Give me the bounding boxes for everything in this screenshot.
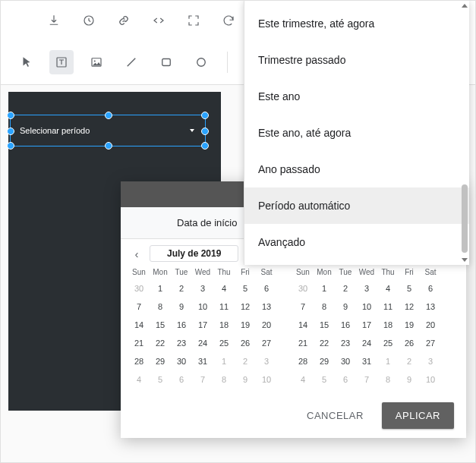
resize-handle[interactable]: [201, 112, 209, 119]
calendar-day[interactable]: 17: [356, 316, 377, 334]
calendar-day[interactable]: 4: [292, 370, 314, 389]
calendar-day[interactable]: 23: [171, 334, 192, 352]
scroll-thumb[interactable]: [462, 184, 468, 253]
prev-month-button[interactable]: ‹: [128, 245, 145, 262]
calendar-day[interactable]: 27: [420, 334, 441, 352]
calendar-day[interactable]: 7: [356, 370, 377, 389]
calendar-day[interactable]: 5: [399, 279, 420, 298]
resize-handle[interactable]: [201, 128, 209, 135]
calendar-day[interactable]: 29: [314, 352, 335, 370]
resize-handle[interactable]: [105, 142, 112, 150]
resize-handle[interactable]: [201, 142, 209, 150]
calendar-day[interactable]: 2: [235, 352, 256, 370]
calendar-day[interactable]: 14: [292, 316, 314, 334]
resize-handle[interactable]: [105, 112, 112, 119]
resize-handle[interactable]: [7, 112, 14, 119]
calendar-day[interactable]: 15: [314, 316, 335, 334]
preset-option[interactable]: Ano passado: [244, 151, 469, 187]
calendar-day[interactable]: 22: [314, 334, 335, 352]
calendar-day[interactable]: 21: [128, 334, 150, 352]
calendar-day[interactable]: 7: [192, 370, 213, 389]
calendar-day[interactable]: 1: [150, 279, 171, 298]
preset-option[interactable]: Este ano, até agora: [244, 115, 469, 151]
scroll-up-icon[interactable]: [462, 4, 468, 8]
resize-handle[interactable]: [7, 128, 14, 135]
history-icon[interactable]: [81, 13, 96, 28]
resize-handle[interactable]: [7, 142, 14, 150]
calendar-day[interactable]: 19: [399, 316, 420, 334]
calendar-day[interactable]: 20: [420, 316, 441, 334]
preset-option[interactable]: Período automático: [244, 187, 469, 224]
calendar-day[interactable]: 30: [171, 352, 192, 370]
line-tool-icon[interactable]: [119, 50, 143, 74]
calendar-day[interactable]: 14: [128, 316, 150, 334]
refresh-icon[interactable]: [221, 13, 236, 28]
calendar-day[interactable]: 26: [235, 334, 256, 352]
calendar-day[interactable]: 30: [128, 279, 150, 298]
calendar-day[interactable]: 31: [356, 352, 377, 370]
calendar-day[interactable]: 29: [150, 352, 171, 370]
calendar-day[interactable]: 30: [335, 352, 356, 370]
calendar-day[interactable]: 25: [377, 334, 399, 352]
scroll-down-icon[interactable]: [462, 258, 468, 262]
calendar-day[interactable]: 6: [420, 279, 441, 298]
calendar-day[interactable]: 5: [235, 279, 256, 298]
calendar-day[interactable]: 11: [213, 298, 235, 316]
calendar-day[interactable]: 1: [314, 279, 335, 298]
embed-icon[interactable]: [151, 13, 166, 28]
calendar-day[interactable]: 12: [399, 298, 420, 316]
calendar-day[interactable]: 1: [377, 352, 399, 370]
calendar-day[interactable]: 22: [150, 334, 171, 352]
calendar-day[interactable]: 10: [256, 370, 277, 389]
calendar-day[interactable]: 4: [128, 370, 150, 389]
calendar-day[interactable]: 9: [399, 370, 420, 389]
calendar-day[interactable]: 9: [235, 370, 256, 389]
calendar-day[interactable]: 6: [171, 370, 192, 389]
cancel-button[interactable]: CANCELAR: [299, 404, 371, 427]
calendar-day[interactable]: 17: [192, 316, 213, 334]
calendar-day[interactable]: 25: [213, 334, 235, 352]
calendar-day[interactable]: 15: [150, 316, 171, 334]
calendar-day[interactable]: 3: [356, 279, 377, 298]
download-icon[interactable]: [46, 13, 61, 28]
calendar-day[interactable]: 10: [356, 298, 377, 316]
calendar-day[interactable]: 5: [150, 370, 171, 389]
calendar-day[interactable]: 13: [420, 298, 441, 316]
calendar-day[interactable]: 3: [192, 279, 213, 298]
calendar-day[interactable]: 1: [213, 352, 235, 370]
calendar-day[interactable]: 11: [377, 298, 399, 316]
calendar-day[interactable]: 12: [235, 298, 256, 316]
link-icon[interactable]: [116, 13, 131, 28]
calendar-day[interactable]: 23: [335, 334, 356, 352]
calendar-day[interactable]: 16: [171, 316, 192, 334]
calendar-day[interactable]: 2: [399, 352, 420, 370]
cursor-icon[interactable]: [14, 50, 39, 74]
calendar-day[interactable]: 9: [335, 298, 356, 316]
preset-option[interactable]: Este trimestre, até agora: [244, 5, 469, 42]
calendar-day[interactable]: 5: [314, 370, 335, 389]
calendar-day[interactable]: 28: [292, 352, 314, 370]
calendar-day[interactable]: 2: [335, 279, 356, 298]
text-tool-icon[interactable]: [49, 50, 74, 74]
calendar-day[interactable]: 3: [420, 352, 441, 370]
calendar-day[interactable]: 2: [171, 279, 192, 298]
calendar-day[interactable]: 16: [335, 316, 356, 334]
fullscreen-icon[interactable]: [186, 13, 201, 28]
preset-option[interactable]: Este ano: [244, 78, 469, 115]
calendar-day[interactable]: 24: [356, 334, 377, 352]
calendar-day[interactable]: 18: [213, 316, 235, 334]
calendar-day[interactable]: 10: [192, 298, 213, 316]
calendar-day[interactable]: 10: [420, 370, 441, 389]
rect-tool-icon[interactable]: [154, 50, 178, 74]
calendar-day[interactable]: 4: [213, 279, 235, 298]
calendar-day[interactable]: 7: [292, 298, 314, 316]
calendar-day[interactable]: 9: [171, 298, 192, 316]
calendar-day[interactable]: 24: [192, 334, 213, 352]
calendar-day[interactable]: 19: [235, 316, 256, 334]
calendar-day[interactable]: 4: [377, 279, 399, 298]
calendar-day[interactable]: 8: [314, 298, 335, 316]
calendar-day[interactable]: 7: [128, 298, 150, 316]
calendar-day[interactable]: 26: [399, 334, 420, 352]
calendar-day[interactable]: 6: [335, 370, 356, 389]
calendar-day[interactable]: 20: [256, 316, 277, 334]
